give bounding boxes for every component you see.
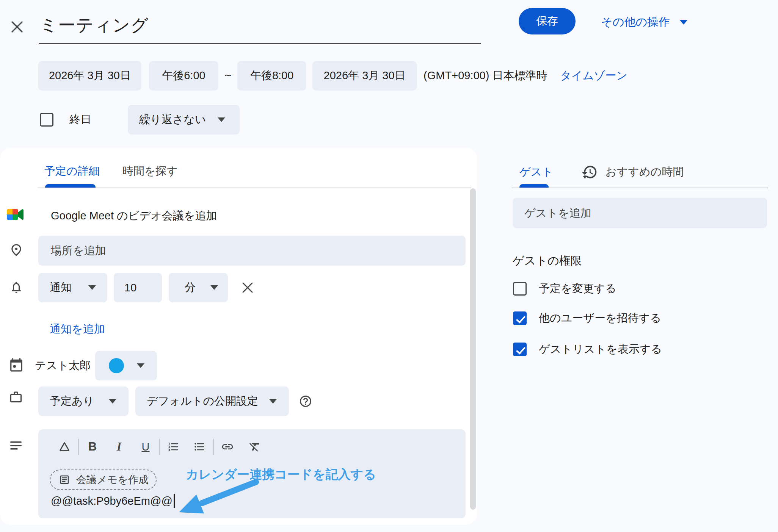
notification-bell-icon (9, 279, 23, 296)
chevron-down-icon (137, 363, 144, 368)
bold-button[interactable]: B (88, 440, 97, 454)
underline-button[interactable]: U (142, 441, 150, 453)
modify-event-checkbox[interactable] (513, 282, 527, 296)
all-day-row: 終日 繰り返さない (40, 105, 240, 135)
event-color-swatch (109, 358, 124, 373)
busy-status-label: 予定あり (50, 394, 94, 409)
permission-row: 他のユーザーを招待する (513, 311, 661, 326)
toolbar-separator (78, 439, 79, 455)
calendar-owner-row: テスト太郎 (35, 350, 157, 380)
more-actions-button[interactable]: その他の操作 (601, 14, 687, 30)
card-scrollbar[interactable] (470, 188, 476, 510)
text-cursor (174, 494, 175, 508)
clear-formatting-icon[interactable] (246, 438, 263, 455)
start-date-button[interactable]: 2026年 3月 30日 (38, 61, 141, 91)
recurrence-label: 繰り返さない (139, 112, 206, 127)
timezone-text: (GMT+09:00) 日本標準時 (424, 68, 547, 83)
end-date-button[interactable]: 2026年 3月 30日 (312, 61, 417, 91)
guest-tabs: ゲスト おすすめの時間 (519, 164, 684, 180)
add-meet-button[interactable]: Google Meet のビデオ会議を追加 (51, 208, 217, 224)
description-icon (10, 440, 22, 452)
event-color-dropdown[interactable] (95, 351, 157, 380)
close-icon[interactable] (11, 20, 24, 33)
description-text[interactable]: @@task:P9by6eEm@@ (51, 494, 175, 508)
create-meeting-notes-button[interactable]: 会議メモを作成 (50, 469, 157, 490)
guest-permissions-title: ゲストの権限 (513, 253, 582, 269)
chevron-down-icon (269, 399, 277, 404)
all-day-checkbox[interactable] (40, 113, 53, 127)
toolbar-separator (213, 439, 214, 455)
start-time-button[interactable]: 午後6:00 (149, 61, 218, 91)
add-notification-link[interactable]: 通知を追加 (50, 322, 105, 337)
tab-event-details[interactable]: 予定の詳細 (44, 164, 100, 179)
notification-type-label: 通知 (50, 280, 72, 295)
permission-row: 予定を変更する (513, 281, 616, 296)
briefcase-icon (9, 390, 23, 404)
tab-guests[interactable]: ゲスト (519, 164, 553, 180)
tab-suggested-times[interactable]: おすすめの時間 (605, 164, 684, 180)
save-button[interactable]: 保存 (519, 8, 576, 34)
calendar-owner-name: テスト太郎 (35, 358, 91, 373)
notification-row: 通知 10 分 (38, 273, 256, 302)
notification-value-input[interactable]: 10 (114, 273, 162, 302)
permission-label: 他のユーザーを招待する (539, 311, 661, 326)
document-icon (59, 474, 70, 485)
date-time-row: 2026年 3月 30日 午後6:00 ~ 午後8:00 2026年 3月 30… (38, 61, 627, 91)
end-time-button[interactable]: 午後8:00 (237, 61, 306, 91)
see-guest-list-checkbox[interactable] (513, 343, 527, 356)
chevron-down-icon (680, 20, 687, 25)
invite-others-checkbox[interactable] (513, 311, 527, 325)
details-tabs: 予定の詳細 時間を探す (44, 164, 178, 179)
numbered-list-icon[interactable] (165, 438, 182, 455)
tab-find-time[interactable]: 時間を探す (122, 164, 178, 179)
chevron-down-icon (218, 117, 225, 122)
busy-status-dropdown[interactable]: 予定あり (38, 386, 129, 416)
tabs-divider (38, 188, 471, 188)
add-guest-input[interactable] (513, 198, 767, 228)
more-actions-label: その他の操作 (601, 14, 670, 30)
chevron-down-icon (210, 285, 218, 290)
permission-label: ゲストリストを表示する (539, 342, 662, 357)
recurrence-dropdown[interactable]: 繰り返さない (128, 105, 240, 135)
notification-unit-label: 分 (185, 280, 196, 295)
time-range-separator: ~ (224, 69, 231, 83)
chevron-down-icon (88, 285, 96, 290)
permission-label: 予定を変更する (539, 281, 616, 296)
visibility-label: デフォルトの公開設定 (147, 394, 258, 409)
title-underline (39, 43, 481, 44)
italic-button[interactable]: I (117, 440, 121, 454)
busy-visibility-row: 予定あり デフォルトの公開設定 (38, 386, 312, 416)
format-toolbar: B I U (56, 438, 263, 455)
notification-type-dropdown[interactable]: 通知 (38, 273, 107, 302)
toolbar-separator (159, 439, 160, 455)
google-meet-icon (7, 207, 24, 222)
bulleted-list-icon[interactable] (191, 438, 208, 455)
permission-row: ゲストリストを表示する (513, 342, 662, 357)
event-title-input[interactable]: ミーティング (40, 14, 149, 37)
annotation-arrow (171, 478, 262, 518)
all-day-label: 終日 (69, 112, 91, 127)
guest-tabs-divider (511, 188, 768, 188)
link-icon[interactable] (219, 438, 236, 455)
suggested-times-icon (581, 164, 598, 180)
remove-notification-button[interactable] (239, 279, 256, 296)
calendar-icon (9, 357, 24, 373)
visibility-dropdown[interactable]: デフォルトの公開設定 (135, 386, 289, 416)
chevron-down-icon (109, 399, 116, 404)
meeting-notes-label: 会議メモを作成 (76, 473, 149, 487)
location-input[interactable] (38, 236, 466, 266)
location-pin-icon (9, 241, 24, 259)
drive-attach-icon[interactable] (56, 438, 73, 455)
notification-unit-dropdown[interactable]: 分 (169, 273, 228, 302)
help-icon[interactable] (299, 394, 312, 408)
task-code-text: @@task:P9by6eEm@@ (51, 495, 173, 507)
save-button-label: 保存 (536, 14, 558, 29)
timezone-link[interactable]: タイムゾーン (560, 68, 627, 83)
